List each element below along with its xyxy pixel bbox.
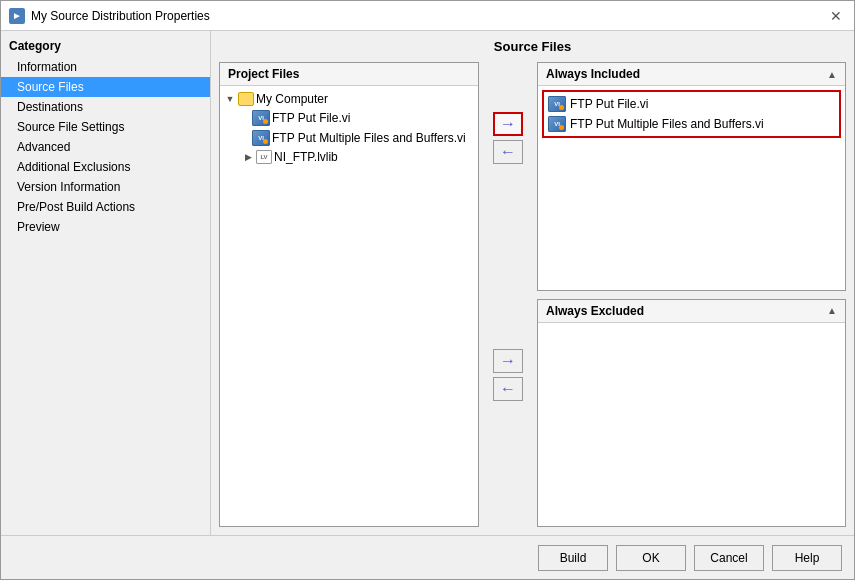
always-excluded-content [538,323,845,527]
right-arrow-icon: → [500,115,516,133]
sidebar-item-preview[interactable]: Preview [1,217,210,237]
included-item-label-1: FTP Put File.vi [570,97,648,111]
sidebar-item-advanced[interactable]: Advanced [1,137,210,157]
tree-item-ni-ftp-lvlib[interactable]: ▶ LV NI_FTP.lvlib [242,148,474,166]
right-arrow-icon-2: → [500,352,516,370]
sidebar: Category Information Source Files Destin… [1,31,211,535]
tree-label-ftp-put-file: FTP Put File.vi [272,111,350,125]
tree-label-my-computer: My Computer [256,92,328,106]
sidebar-item-information[interactable]: Information [1,57,210,77]
tree-expand-ni-ftp: ▶ [242,151,254,163]
left-arrow-icon: ← [500,143,516,161]
always-excluded-panel: Always Excluded ▲ [537,299,846,528]
dialog-body: Category Information Source Files Destin… [1,31,854,535]
always-included-label: Always Included [546,67,640,81]
tree-item-ftp-put-multiple[interactable]: VI FTP Put Multiple Files and Buffers.vi [252,128,474,148]
vi-icon-2: VI [252,130,270,146]
arrows-column: → ← → ← [487,62,529,527]
included-item-ftp-put-file[interactable]: VI FTP Put File.vi [546,94,837,114]
add-to-included-button[interactable]: → [493,112,523,136]
sidebar-item-additional-exclusions[interactable]: Additional Exclusions [1,157,210,177]
cancel-button[interactable]: Cancel [694,545,764,571]
project-files-header: Project Files [220,63,478,86]
sidebar-item-source-files[interactable]: Source Files [1,77,210,97]
vi-icon-included-1: VI [548,96,566,112]
always-included-content: VI FTP Put File.vi VI FTP Put Multiple F… [538,86,845,290]
tree-item-ftp-put-file[interactable]: VI FTP Put File.vi [252,108,474,128]
scroll-up-icon[interactable]: ▲ [827,69,837,80]
always-excluded-label: Always Excluded [546,304,644,318]
main-title: Source Files [219,39,846,54]
remove-from-included-button[interactable]: ← [493,140,523,164]
folder-icon [238,92,254,106]
tree-item-my-computer[interactable]: ▼ My Computer [224,90,474,108]
app-icon: ► [9,8,25,24]
included-items-group: VI FTP Put File.vi VI FTP Put Multiple F… [542,90,841,138]
dialog: ► My Source Distribution Properties ✕ Ca… [0,0,855,580]
tree-label-ftp-put-multiple: FTP Put Multiple Files and Buffers.vi [272,131,466,145]
sidebar-item-version-information[interactable]: Version Information [1,177,210,197]
always-included-panel: Always Included ▲ VI FTP Put File.vi VI [537,62,846,291]
included-item-ftp-put-multiple[interactable]: VI FTP Put Multiple Files and Buffers.vi [546,114,837,134]
help-button[interactable]: Help [772,545,842,571]
included-item-label-2: FTP Put Multiple Files and Buffers.vi [570,117,764,131]
tree-label-ni-ftp: NI_FTP.lvlib [274,150,338,164]
close-button[interactable]: ✕ [826,6,846,26]
always-included-header: Always Included ▲ [538,63,845,86]
main-content: Source Files Project Files ▼ My Computer [211,31,854,535]
always-excluded-header: Always Excluded ▲ [538,300,845,323]
content-area: Project Files ▼ My Computer VI FTP Put F… [219,62,846,527]
remove-from-excluded-button[interactable]: ← [493,377,523,401]
ok-button[interactable]: OK [616,545,686,571]
project-files-panel: Project Files ▼ My Computer VI FTP Put F… [219,62,479,527]
dialog-title: My Source Distribution Properties [31,9,210,23]
project-files-tree: ▼ My Computer VI FTP Put File.vi VI F [220,86,478,526]
lvlib-icon: LV [256,150,272,164]
sidebar-item-destinations[interactable]: Destinations [1,97,210,117]
dialog-footer: Build OK Cancel Help [1,535,854,579]
vi-icon-included-2: VI [548,116,566,132]
sidebar-item-source-file-settings[interactable]: Source File Settings [1,117,210,137]
title-bar: ► My Source Distribution Properties ✕ [1,1,854,31]
right-panels: Always Included ▲ VI FTP Put File.vi VI [537,62,846,527]
add-to-excluded-button[interactable]: → [493,349,523,373]
build-button[interactable]: Build [538,545,608,571]
title-bar-left: ► My Source Distribution Properties [9,8,210,24]
left-arrow-icon-2: ← [500,380,516,398]
sidebar-category-label: Category [1,35,210,57]
sidebar-item-prepost-build-actions[interactable]: Pre/Post Build Actions [1,197,210,217]
scroll-up-excluded-icon[interactable]: ▲ [827,305,837,316]
tree-expand-my-computer: ▼ [224,93,236,105]
vi-icon: VI [252,110,270,126]
